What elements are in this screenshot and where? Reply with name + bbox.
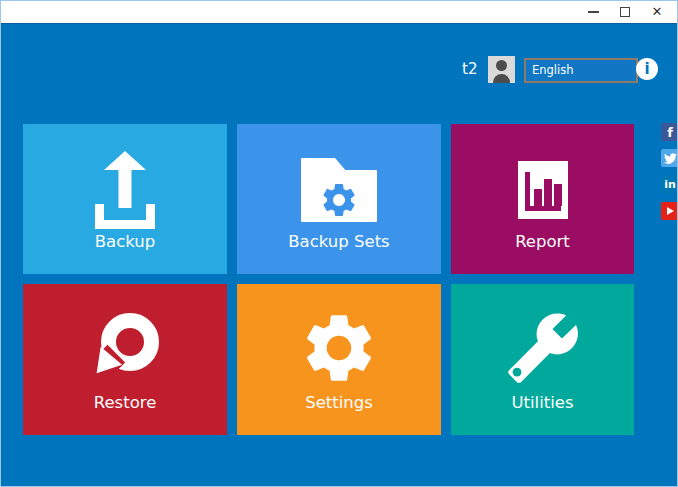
minimize-icon xyxy=(588,11,599,13)
tile-utilities[interactable]: Utilities xyxy=(451,284,634,435)
main-area: t2 English i Backup Backup Sets xyxy=(1,23,677,486)
close-button[interactable]: ✕ xyxy=(646,2,668,22)
wrench-icon xyxy=(505,310,581,390)
linkedin-icon[interactable]: in xyxy=(661,176,678,194)
tile-report-label: Report xyxy=(451,232,634,251)
maximize-button[interactable] xyxy=(614,2,636,22)
tile-settings-label: Settings xyxy=(237,393,441,412)
avatar-torso xyxy=(493,74,510,83)
tile-backup-sets-label: Backup Sets xyxy=(237,232,441,251)
folder-gear-icon xyxy=(301,158,377,222)
avatar-head xyxy=(496,60,507,71)
gear-icon xyxy=(298,307,380,393)
user-avatar-icon[interactable] xyxy=(488,56,515,83)
tile-backup-label: Backup xyxy=(23,232,227,251)
tile-settings[interactable]: Settings xyxy=(237,284,441,435)
minimize-button[interactable] xyxy=(582,2,604,22)
tile-utilities-label: Utilities xyxy=(451,393,634,412)
info-icon[interactable]: i xyxy=(636,58,658,80)
twitter-icon[interactable] xyxy=(661,149,678,167)
tile-report[interactable]: Report xyxy=(451,124,634,274)
tile-backup[interactable]: Backup xyxy=(23,124,227,274)
youtube-icon[interactable] xyxy=(661,202,678,220)
language-select[interactable]: English xyxy=(524,58,638,83)
maximize-icon xyxy=(620,7,630,17)
upload-icon xyxy=(93,151,157,229)
tile-restore[interactable]: Restore xyxy=(23,284,227,435)
bar-chart-icon xyxy=(518,161,568,219)
gear-cutout-icon xyxy=(319,180,359,220)
titlebar: ✕ xyxy=(1,1,677,23)
facebook-icon[interactable]: f xyxy=(661,123,678,141)
restore-arrow-icon xyxy=(87,313,163,387)
tile-restore-label: Restore xyxy=(23,393,227,412)
app-window: ✕ t2 English i Backup Bac xyxy=(0,0,678,487)
tile-backup-sets[interactable]: Backup Sets xyxy=(237,124,441,274)
username-label: t2 xyxy=(462,60,477,78)
play-icon xyxy=(667,207,674,215)
